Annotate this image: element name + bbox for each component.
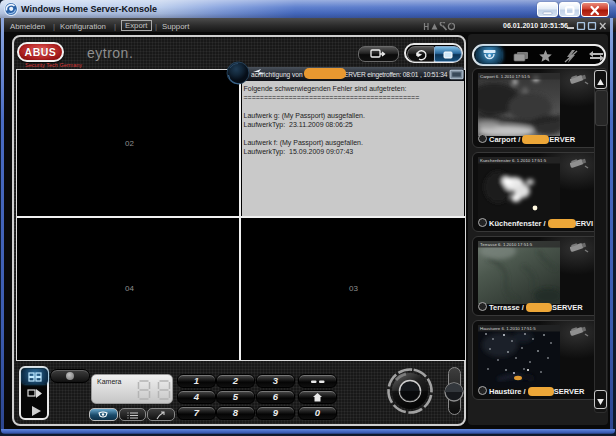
svg-text:Terrasse 6. 1.2010 17:51:5: Terrasse 6. 1.2010 17:51:5: [480, 242, 533, 247]
svg-text:Haustuere 6. 1.2010 17:51:5: Haustuere 6. 1.2010 17:51:5: [480, 326, 536, 331]
svg-text:Carport 6. 1.2010 17:51:5: Carport 6. 1.2010 17:51:5: [480, 74, 531, 79]
svg-text:Kuechenfenster 6. 1.2010 17:: Kuechenfenster 6. 1.2010 17:51:5: [480, 158, 547, 163]
